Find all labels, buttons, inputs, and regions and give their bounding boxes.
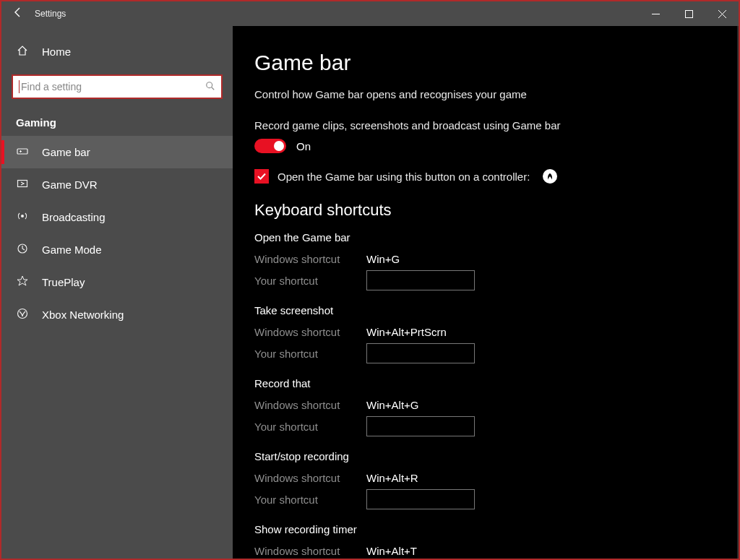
shortcut-name: Take screenshot xyxy=(254,304,717,316)
controller-checkbox-label: Open the Game bar using this button on a… xyxy=(278,171,530,183)
your-shortcut-label: Your shortcut xyxy=(254,275,366,287)
xbox-icon xyxy=(16,308,29,322)
search-input[interactable] xyxy=(21,81,205,92)
titlebar: Settings xyxy=(1,1,739,26)
nav-home-label: Home xyxy=(42,46,71,58)
scrollbar[interactable] xyxy=(737,26,739,559)
sidebar-item-label: Xbox Networking xyxy=(42,309,124,321)
gamebar-icon xyxy=(16,145,29,159)
your-shortcut-input[interactable] xyxy=(366,416,475,436)
sidebar-item-label: Game bar xyxy=(42,146,90,158)
windows-shortcut-value: Win+Alt+PrtScrn xyxy=(366,326,447,338)
sidebar-item-xbox-networking[interactable]: Xbox Networking xyxy=(1,298,233,331)
shortcut-group: Take screenshotWindows shortcutWin+Alt+P… xyxy=(254,304,717,364)
sidebar-item-label: Game Mode xyxy=(42,244,102,256)
shortcut-group: Show recording timerWindows shortcutWin+… xyxy=(254,523,717,559)
sidebar-item-game-mode[interactable]: Game Mode xyxy=(1,233,233,266)
search-box[interactable] xyxy=(12,74,223,99)
shortcut-group: Start/stop recordingWindows shortcutWin+… xyxy=(254,450,717,510)
sidebar-item-game-dvr[interactable]: Game DVR xyxy=(1,168,233,201)
svg-rect-7 xyxy=(18,181,27,187)
windows-shortcut-value: Win+Alt+T xyxy=(366,545,417,557)
sidebar-item-label: Game DVR xyxy=(42,178,98,191)
sidebar-item-label: TruePlay xyxy=(42,276,85,288)
your-shortcut-input[interactable] xyxy=(366,270,475,290)
shortcut-name: Start/stop recording xyxy=(254,450,717,462)
toggle-label: Record game clips, screenshots and broad… xyxy=(254,119,717,132)
windows-shortcut-label: Windows shortcut xyxy=(254,326,366,338)
svg-rect-1 xyxy=(685,10,692,17)
sidebar-item-trueplay[interactable]: TruePlay xyxy=(1,266,233,298)
maximize-button[interactable] xyxy=(672,1,705,26)
gamemode-icon xyxy=(16,243,29,257)
shortcut-group: Open the Game barWindows shortcutWin+GYo… xyxy=(254,231,717,291)
sidebar-item-game-bar[interactable]: Game bar xyxy=(1,136,233,168)
sidebar-group-title: Gaming xyxy=(1,103,233,136)
shortcut-name: Open the Game bar xyxy=(254,231,717,244)
svg-point-2 xyxy=(207,82,212,87)
broadcast-icon xyxy=(16,210,29,224)
sidebar: Home Gaming Game barGame DVRBroadcasting… xyxy=(1,26,233,559)
gamebar-toggle[interactable] xyxy=(254,139,286,153)
home-icon xyxy=(16,45,29,59)
svg-point-8 xyxy=(21,215,24,217)
search-icon xyxy=(205,81,215,93)
your-shortcut-label: Your shortcut xyxy=(254,421,366,433)
your-shortcut-input[interactable] xyxy=(366,343,475,363)
page-title: Game bar xyxy=(254,51,717,75)
controller-checkbox[interactable] xyxy=(254,169,269,184)
page-description: Control how Game bar opens and recognise… xyxy=(254,88,717,100)
sidebar-item-broadcasting[interactable]: Broadcasting xyxy=(1,201,233,233)
xbox-guide-icon xyxy=(543,169,557,184)
windows-shortcut-value: Win+G xyxy=(366,253,400,265)
windows-shortcut-label: Windows shortcut xyxy=(254,545,366,557)
your-shortcut-label: Your shortcut xyxy=(254,348,366,360)
svg-rect-4 xyxy=(17,149,27,154)
your-shortcut-input[interactable] xyxy=(366,489,475,509)
shortcut-group: Record thatWindows shortcutWin+Alt+GYour… xyxy=(254,377,717,437)
main-panel: Game bar Control how Game bar opens and … xyxy=(233,26,739,559)
svg-line-3 xyxy=(212,87,215,90)
window-title: Settings xyxy=(35,9,66,19)
trueplay-icon xyxy=(16,275,29,289)
minimize-button[interactable] xyxy=(639,1,672,26)
windows-shortcut-label: Windows shortcut xyxy=(254,472,366,484)
toggle-state: On xyxy=(296,140,311,152)
svg-point-10 xyxy=(18,309,27,319)
windows-shortcut-label: Windows shortcut xyxy=(254,399,366,411)
shortcut-name: Show recording timer xyxy=(254,523,717,535)
nav-home[interactable]: Home xyxy=(1,36,233,67)
close-button[interactable] xyxy=(705,1,739,26)
dvr-icon xyxy=(16,178,29,191)
back-button[interactable] xyxy=(1,7,35,21)
windows-shortcut-value: Win+Alt+R xyxy=(366,472,418,484)
your-shortcut-label: Your shortcut xyxy=(254,494,366,506)
shortcut-name: Record that xyxy=(254,377,717,389)
windows-shortcut-value: Win+Alt+G xyxy=(366,399,419,411)
windows-shortcut-label: Windows shortcut xyxy=(254,253,366,265)
shortcuts-heading: Keyboard shortcuts xyxy=(254,201,717,220)
sidebar-item-label: Broadcasting xyxy=(42,211,106,223)
